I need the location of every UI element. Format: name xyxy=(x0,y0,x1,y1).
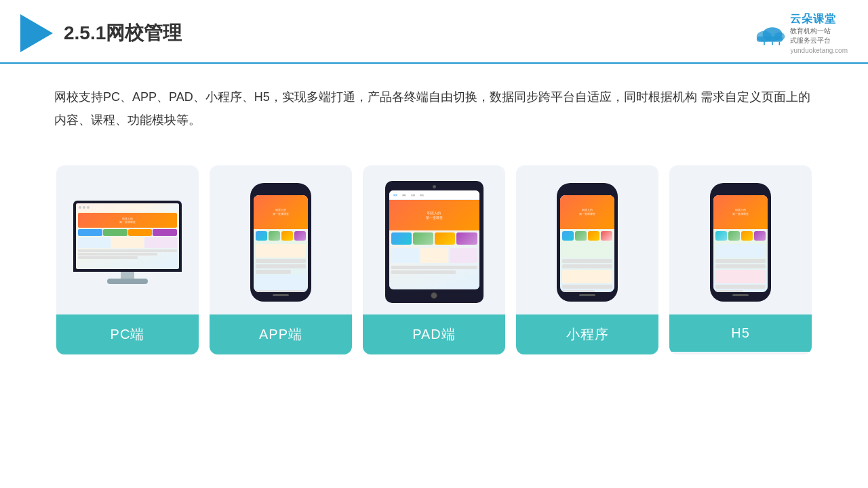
cloud-icon xyxy=(753,21,786,45)
header-left: 2.5.1网校管理 xyxy=(20,14,182,52)
card-miniapp-label: 小程序 xyxy=(516,314,658,354)
miniapp-phone-mockup: 职涯人的第一堂课课堂 xyxy=(557,183,618,302)
brand-block: 云朵课堂 教育机构一站式服务云平台 yunduoketang.com xyxy=(753,12,848,54)
card-pc-label: PC端 xyxy=(56,314,199,354)
card-pad: 首页 课程 直播 我的 职涯人的第一堂课堂 xyxy=(363,165,505,354)
play-icon xyxy=(20,14,53,52)
platform-cards: 职涯人的第一堂课课堂 xyxy=(0,145,868,375)
pad-mockup: 首页 课程 直播 我的 职涯人的第一堂课堂 xyxy=(385,181,484,303)
card-pc-image: 职涯人的第一堂课课堂 xyxy=(56,165,199,314)
app-phone-mockup: 职涯人的第一堂课课堂 xyxy=(250,183,311,302)
page-title: 2.5.1网校管理 xyxy=(64,20,182,46)
brand-name: 云朵课堂 xyxy=(790,12,836,26)
brand-logo: 云朵课堂 教育机构一站式服务云平台 yunduoketang.com xyxy=(753,12,848,54)
card-pad-image: 首页 课程 直播 我的 职涯人的第一堂课堂 xyxy=(363,165,505,314)
brand-tagline: 教育机构一站式服务云平台 xyxy=(790,26,831,45)
card-pad-label: PAD端 xyxy=(363,314,505,354)
h5-phone-mockup: 职涯人的第一堂课课堂 xyxy=(710,183,771,302)
pc-mockup: 职涯人的第一堂课课堂 xyxy=(73,201,182,284)
page-header: 2.5.1网校管理 云朵课堂 教育机构一站式服务云平台 yunduoketang… xyxy=(0,0,868,64)
card-app-image: 职涯人的第一堂课课堂 xyxy=(210,165,352,314)
card-miniapp-image: 职涯人的第一堂课课堂 xyxy=(516,165,658,314)
card-h5-label: H5 xyxy=(669,314,812,352)
card-pc: 职涯人的第一堂课课堂 xyxy=(56,165,199,354)
card-h5: 职涯人的第一堂课课堂 xyxy=(669,165,812,354)
brand-url: yunduoketang.com xyxy=(790,47,848,54)
card-h5-image: 职涯人的第一堂课课堂 xyxy=(669,165,812,314)
description-text: 网校支持PC、APP、PAD、小程序、H5，实现多端打通，产品各终端自由切换，数… xyxy=(0,64,868,145)
card-miniapp: 职涯人的第一堂课课堂 xyxy=(516,165,658,354)
svg-rect-3 xyxy=(757,37,783,42)
card-app-label: APP端 xyxy=(210,314,352,354)
brand-text: 云朵课堂 教育机构一站式服务云平台 yunduoketang.com xyxy=(790,12,848,54)
card-app: 职涯人的第一堂课课堂 xyxy=(210,165,352,354)
